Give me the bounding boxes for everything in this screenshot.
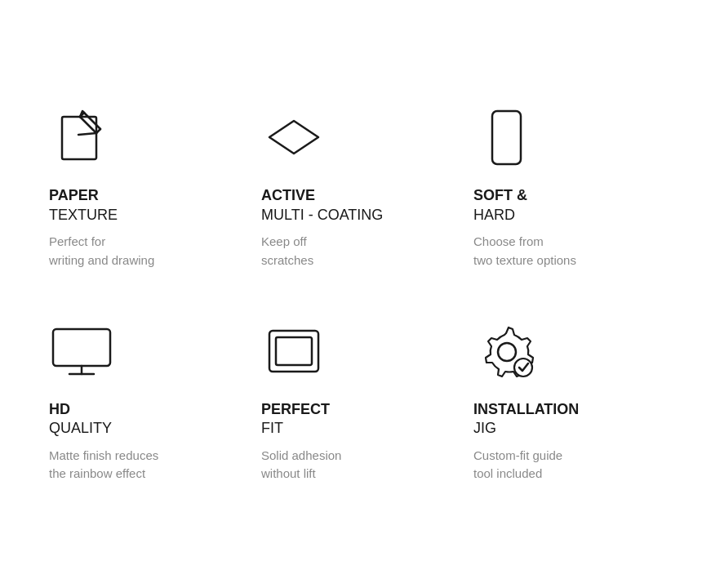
paper-texture-description: Perfect forwriting and drawing [49, 233, 154, 270]
svg-rect-0 [62, 117, 96, 159]
svg-line-4 [80, 117, 96, 133]
svg-point-13 [498, 343, 516, 361]
svg-marker-6 [269, 121, 318, 154]
paper-pencil-icon [49, 105, 114, 170]
hd-quality-title: HDQUALITY [49, 400, 112, 439]
svg-rect-7 [492, 111, 521, 164]
diamond-icon [261, 105, 327, 170]
feature-active-multi-coating: ACTIVEMULTI - COATING Keep offscratches [261, 105, 441, 270]
svg-point-14 [514, 359, 532, 376]
paper-texture-title: PAPERTEXTURE [49, 186, 118, 225]
features-grid: PAPERTEXTURE Perfect forwriting and draw… [0, 56, 702, 532]
svg-line-5 [78, 133, 96, 135]
active-coating-title: ACTIVEMULTI - COATING [261, 186, 383, 225]
gear-check-icon [473, 318, 539, 384]
fit-icon [261, 318, 327, 384]
hd-quality-description: Matte finish reducesthe rainbow effect [49, 447, 158, 483]
feature-perfect-fit: PERFECTFIT Solid adhesionwithout lift [261, 318, 441, 483]
feature-hd-quality: HDQUALITY Matte finish reducesthe rainbo… [49, 318, 229, 483]
perfect-fit-description: Solid adhesionwithout lift [261, 447, 341, 483]
feature-paper-texture: PAPERTEXTURE Perfect forwriting and draw… [49, 105, 229, 270]
svg-line-1 [84, 113, 100, 129]
svg-rect-8 [53, 329, 110, 366]
soft-hard-description: Choose fromtwo texture options [473, 233, 576, 270]
installation-jig-description: Custom-fit guidetool included [473, 447, 562, 483]
installation-jig-title: INSTALLATIONJIG [473, 400, 579, 439]
screen-icon [49, 318, 114, 384]
feature-soft-hard: SOFT &HARD Choose fromtwo texture option… [473, 105, 653, 270]
soft-hard-title: SOFT &HARD [473, 186, 527, 225]
svg-rect-12 [276, 337, 312, 365]
perfect-fit-title: PERFECTFIT [261, 400, 330, 439]
feature-installation-jig: INSTALLATIONJIG Custom-fit guidetool inc… [473, 318, 653, 483]
phone-icon [473, 105, 539, 170]
active-coating-description: Keep offscratches [261, 233, 313, 270]
